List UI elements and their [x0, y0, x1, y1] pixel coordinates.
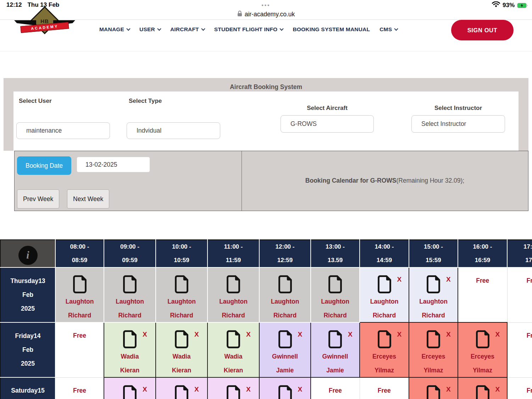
cancel-booking-button[interactable]: X	[143, 331, 147, 338]
booked-cell[interactable]: XErceyesYilmaz	[360, 322, 409, 377]
free-cell[interactable]: Free	[507, 322, 532, 377]
cancel-booking-button[interactable]: X	[446, 276, 451, 283]
cancel-booking-button[interactable]: X	[348, 331, 353, 338]
panel-title: Aircraft Booking System	[4, 78, 528, 91]
document-icon[interactable]	[377, 275, 392, 294]
cancel-booking-button[interactable]: X	[495, 386, 500, 393]
booked-cell[interactable]: X	[458, 377, 507, 399]
day-cell-line: Saturday15	[1, 384, 55, 398]
booked-cell[interactable]: XLaughtonRichard	[409, 267, 458, 322]
nav-item-student-flight-info[interactable]: STUDENT FLIGHT INFO	[214, 26, 283, 33]
lock-icon	[237, 10, 242, 18]
booked-cell[interactable]: X	[409, 377, 458, 399]
booking-name-line: Yilmaz	[360, 364, 409, 377]
free-cell[interactable]: Free	[55, 322, 104, 377]
booked-cell[interactable]: LaughtonRichard	[156, 267, 207, 322]
nav-item-user[interactable]: USER	[139, 26, 161, 33]
document-icon[interactable]	[475, 330, 491, 349]
cancel-booking-button[interactable]: X	[246, 331, 251, 338]
booking-icon-row: X	[360, 275, 409, 295]
nav-item-manage[interactable]: MANAGE	[99, 26, 130, 33]
booking-date-input[interactable]	[77, 157, 150, 172]
document-icon[interactable]	[277, 330, 293, 349]
document-icon[interactable]	[226, 275, 241, 294]
cancel-booking-button[interactable]: X	[246, 386, 251, 393]
booked-cell[interactable]: XWadiaKieran	[104, 322, 156, 377]
document-icon[interactable]	[475, 385, 491, 399]
booked-cell[interactable]: X	[259, 377, 311, 399]
booking-name-line: Richard	[208, 309, 259, 322]
document-icon[interactable]	[426, 275, 441, 294]
booked-cell[interactable]: XGwinnellJamie	[259, 322, 311, 377]
booked-cell[interactable]: LaughtonRichard	[207, 267, 259, 322]
select-aircraft-input[interactable]: G-ROWS	[281, 115, 374, 133]
time-header-17-00: 17:00 -17:59	[507, 240, 532, 267]
sign-out-button[interactable]: SIGN OUT	[451, 20, 514, 40]
booked-cell[interactable]: XGwinnellJamie	[311, 322, 360, 377]
document-icon[interactable]	[277, 275, 293, 294]
next-week-button[interactable]: Next Week	[67, 189, 109, 209]
free-cell[interactable]: Free	[458, 267, 507, 322]
nav-item-booking-system-manual[interactable]: BOOKING SYSTEM MANUAL	[293, 26, 370, 33]
cancel-booking-button[interactable]: X	[446, 386, 451, 393]
document-icon[interactable]	[327, 275, 343, 294]
free-cell[interactable]: Free	[507, 377, 532, 399]
prev-week-button[interactable]: Prev Week	[17, 189, 59, 209]
document-icon[interactable]	[174, 330, 189, 349]
booked-cell[interactable]: XErceyesYilmaz	[409, 322, 458, 377]
cancel-booking-button[interactable]: X	[397, 276, 402, 283]
document-icon[interactable]	[426, 385, 441, 399]
nav-item-aircraft[interactable]: AIRCRAFT	[170, 26, 205, 33]
cancel-booking-button[interactable]: X	[143, 386, 147, 393]
booked-cell[interactable]: XWadiaKieran	[207, 322, 259, 377]
booked-cell[interactable]: X	[207, 377, 259, 399]
tab-ellipsis[interactable]: •••	[0, 2, 532, 8]
academy-logo[interactable]: HB ACADEMY	[14, 20, 75, 41]
select-user-input[interactable]: maintenance	[16, 122, 110, 139]
booked-cell[interactable]: XLaughtonRichard	[360, 267, 409, 322]
document-icon[interactable]	[327, 330, 343, 349]
document-icon[interactable]	[122, 275, 138, 294]
booked-cell[interactable]: LaughtonRichard	[259, 267, 311, 322]
time-header-line: 16:00 -	[458, 240, 507, 254]
cancel-booking-button[interactable]: X	[298, 331, 303, 338]
booked-cell[interactable]: LaughtonRichard	[104, 267, 156, 322]
booked-cell[interactable]: XWadiaKieran	[156, 322, 207, 377]
document-icon[interactable]	[226, 330, 241, 349]
document-icon[interactable]	[226, 385, 241, 399]
document-icon[interactable]	[122, 330, 138, 349]
document-icon[interactable]	[277, 385, 293, 399]
booking-icon-row	[311, 275, 359, 295]
booking-name-line: Laughton	[360, 295, 409, 309]
booking-icon-row: X	[260, 385, 310, 399]
url-bar[interactable]: air-academy.co.uk	[0, 9, 532, 20]
booked-cell[interactable]: X	[156, 377, 207, 399]
time-header-line: 08:59	[56, 254, 104, 267]
cancel-booking-button[interactable]: X	[194, 386, 199, 393]
free-cell[interactable]: Free	[55, 377, 104, 399]
document-icon[interactable]	[122, 385, 138, 399]
document-icon[interactable]	[377, 330, 392, 349]
document-icon[interactable]	[72, 275, 88, 294]
free-cell[interactable]: Free	[360, 377, 409, 399]
cancel-booking-button[interactable]: X	[495, 331, 500, 338]
free-cell[interactable]: Free	[507, 267, 532, 322]
cancel-booking-button[interactable]: X	[194, 331, 199, 338]
booking-date-button[interactable]: Booking Date	[17, 156, 71, 175]
cancel-booking-button[interactable]: X	[397, 331, 402, 338]
booked-cell[interactable]: X	[104, 377, 156, 399]
aircraft-booking-panel: Aircraft Booking System Select Usermaint…	[4, 78, 528, 151]
nav-item-cms[interactable]: CMS	[379, 26, 398, 33]
document-icon[interactable]	[174, 275, 189, 294]
cancel-booking-button[interactable]: X	[446, 331, 451, 338]
booked-cell[interactable]: LaughtonRichard	[55, 267, 104, 322]
select-type-input[interactable]: Indvidual	[127, 122, 220, 139]
free-cell[interactable]: Free	[311, 377, 360, 399]
select-instructor-input[interactable]: Select Instructor	[411, 115, 505, 133]
info-icon[interactable]: i	[18, 246, 38, 265]
document-icon[interactable]	[426, 330, 441, 349]
document-icon[interactable]	[174, 385, 189, 399]
booked-cell[interactable]: XErceyesYilmaz	[458, 322, 507, 377]
cancel-booking-button[interactable]: X	[298, 386, 303, 393]
booked-cell[interactable]: LaughtonRichard	[311, 267, 360, 322]
